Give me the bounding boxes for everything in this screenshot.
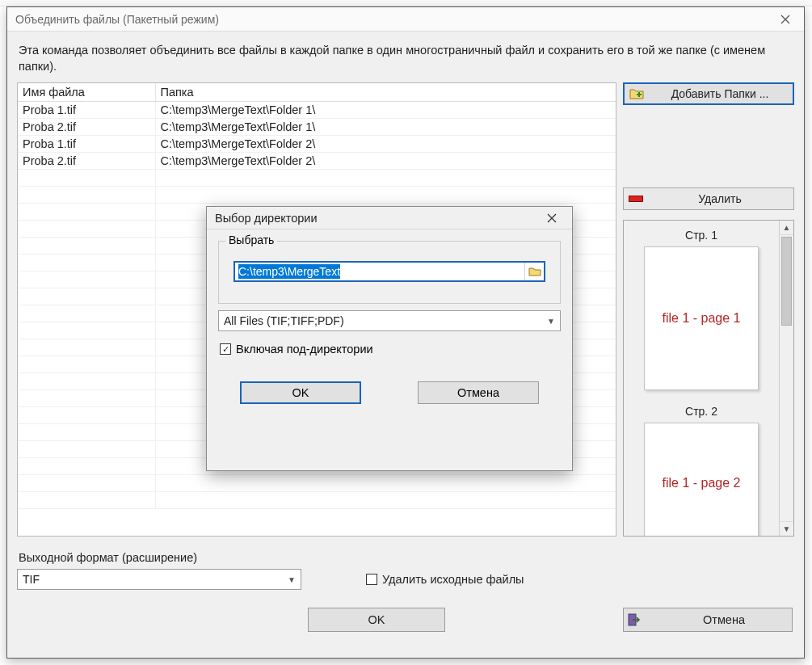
include-subdirs-label: Включая под-директории (236, 343, 373, 356)
main-ok-button[interactable]: OK (308, 608, 445, 632)
close-icon (780, 15, 790, 24)
bottom-area: Выходной формат (расширение) TIF ▼ Удали… (17, 551, 794, 590)
group-label: Выбрать (225, 234, 277, 246)
file-type-combo[interactable]: All Files (TIF;TIFF;PDF) ▼ (218, 310, 561, 331)
merge-files-window: Объединить файлы (Пакетный режим) Эта ко… (6, 6, 805, 659)
dialog-body: Выбрать C:\temp3\MergeText All Files (TI… (207, 229, 572, 410)
titlebar: Объединить файлы (Пакетный режим) (7, 7, 804, 32)
browse-button[interactable] (524, 263, 544, 280)
preview-page[interactable]: Стр. 2 file 1 - page 2 (633, 405, 769, 536)
dialog-ok-button[interactable]: OK (240, 381, 361, 404)
dialog-footer: OK Отмена (218, 381, 561, 404)
delete-button[interactable]: Удалить (623, 187, 794, 210)
col-folder-header[interactable]: Папка (155, 83, 616, 102)
main-footer: OK Отмена (17, 608, 794, 632)
table-row[interactable]: Proba 1.tifC:\temp3\MergeText\Folder 1\ (18, 102, 616, 119)
window-title: Объединить файлы (Пакетный режим) (15, 13, 219, 26)
close-icon (547, 213, 557, 223)
dialog-cancel-button[interactable]: Отмена (418, 381, 539, 404)
page-label: Стр. 2 (633, 405, 769, 418)
delete-source-row[interactable]: Удалить исходные файлы (366, 573, 524, 586)
output-format-combo[interactable]: TIF ▼ (17, 569, 301, 590)
chevron-down-icon: ▼ (547, 317, 555, 326)
table-row-empty (18, 187, 616, 204)
delete-source-checkbox[interactable] (366, 574, 377, 585)
exit-icon (627, 612, 642, 627)
table-row[interactable]: Proba 2.tifC:\temp3\MergeText\Folder 2\ (18, 153, 616, 170)
delete-label: Удалить (651, 192, 789, 205)
add-folders-label: Добавить Папки ... (652, 87, 788, 100)
col-name-header[interactable]: Имя файла (18, 83, 155, 102)
file-type-row: All Files (TIF;TIFF;PDF) ▼ (218, 310, 561, 331)
preview-panel: Стр. 1 file 1 - page 1 Стр. 2 file 1 - p… (623, 220, 794, 537)
scroll-up-button[interactable]: ▲ (780, 221, 793, 235)
main-cancel-button[interactable]: Отмена (623, 608, 793, 632)
table-row-empty (18, 170, 616, 187)
preview-scrollbar[interactable]: ▲ ▼ (779, 221, 793, 536)
side-panel: Добавить Папки ... Удалить Стр. 1 file 1… (623, 82, 794, 537)
add-folders-button[interactable]: Добавить Папки ... (623, 82, 794, 105)
delete-source-label: Удалить исходные файлы (382, 573, 524, 586)
delete-icon (629, 192, 643, 206)
description-text: Эта команда позволяет объединить все фай… (19, 43, 793, 74)
include-subdirs-row[interactable]: Включая под-директории (220, 343, 559, 356)
preview-page[interactable]: Стр. 1 file 1 - page 1 (633, 229, 769, 390)
window-close-button[interactable] (767, 7, 804, 32)
select-group: Выбрать C:\temp3\MergeText (218, 241, 561, 304)
table-row[interactable]: Proba 1.tifC:\temp3\MergeText\Folder 2\ (18, 136, 616, 153)
choose-directory-dialog: Выбор директории Выбрать C:\temp3\MergeT… (206, 206, 573, 471)
include-subdirs-checkbox[interactable] (220, 343, 231, 355)
output-format-label: Выходной формат (расширение) (19, 551, 794, 564)
bottom-row: TIF ▼ Удалить исходные файлы (17, 569, 794, 590)
folder-open-icon (528, 266, 541, 277)
scroll-down-button[interactable]: ▼ (780, 521, 793, 536)
dialog-title: Выбор директории (215, 212, 318, 225)
preview-pages: Стр. 1 file 1 - page 1 Стр. 2 file 1 - p… (624, 221, 779, 536)
page-label: Стр. 1 (633, 229, 769, 242)
add-folder-icon (629, 86, 644, 101)
path-input[interactable]: C:\temp3\MergeText (234, 261, 545, 282)
dialog-close-button[interactable] (535, 208, 569, 229)
table-row[interactable]: Proba 2.tifC:\temp3\MergeText\Folder 1\ (18, 119, 616, 136)
path-text[interactable]: C:\temp3\MergeText (235, 264, 524, 279)
table-row-empty (18, 492, 616, 509)
output-format-value: TIF (23, 573, 40, 586)
file-type-value: All Files (TIF;TIFF;PDF) (224, 314, 344, 327)
page-thumb: file 1 - page 1 (644, 246, 759, 390)
dialog-titlebar: Выбор директории (207, 207, 572, 229)
chevron-down-icon: ▼ (288, 575, 296, 584)
preview-inner: Стр. 1 file 1 - page 1 Стр. 2 file 1 - p… (624, 221, 793, 536)
table-row-empty (18, 475, 616, 492)
side-spacer (623, 112, 794, 181)
ruler-background (0, 0, 812, 6)
page-thumb: file 1 - page 2 (644, 423, 759, 536)
scroll-thumb[interactable] (781, 237, 792, 326)
